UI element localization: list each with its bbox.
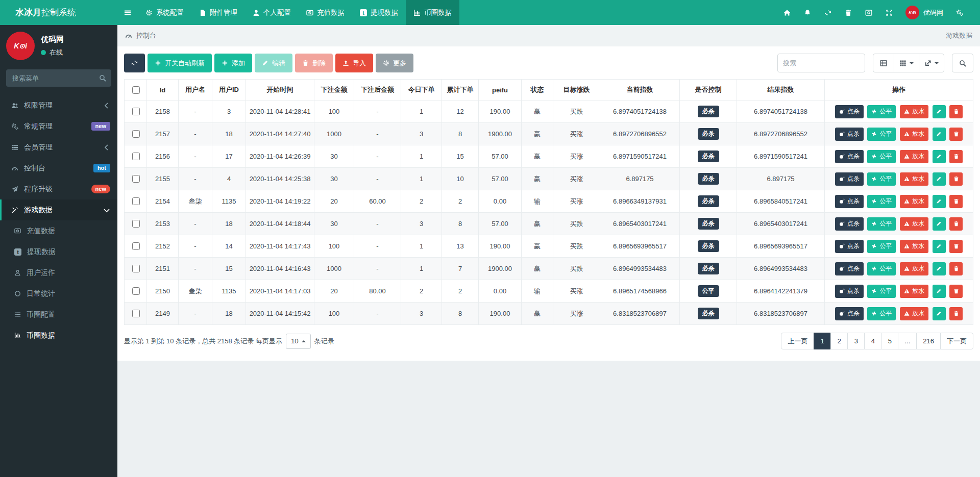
sidebar-item-permissions[interactable]: 权限管理 — [0, 95, 117, 116]
row-edit-button[interactable] — [933, 105, 946, 118]
toggle-view-button[interactable] — [873, 54, 894, 72]
gongping-button[interactable]: 公平 — [867, 172, 896, 186]
edit-button[interactable]: 编辑 — [255, 54, 292, 72]
page-button[interactable]: 216 — [916, 333, 941, 349]
add-button[interactable]: 添加 — [214, 54, 252, 72]
fangshui-button[interactable]: 放水 — [900, 105, 928, 118]
sidebar-item-members[interactable]: 会员管理 — [0, 137, 117, 158]
gongping-button[interactable]: 公平 — [867, 217, 896, 231]
import-button[interactable]: 导入 — [335, 54, 373, 72]
sidebar-item-general[interactable]: 常规管理new — [0, 116, 117, 137]
submenu-item-daily-stats[interactable]: 日常统计 — [0, 283, 117, 304]
fangshui-button[interactable]: 放水 — [900, 285, 928, 298]
home-button[interactable] — [777, 0, 797, 25]
gongping-button[interactable]: 公平 — [867, 285, 896, 298]
refresh-button[interactable] — [818, 0, 838, 25]
diansha-button[interactable]: 点杀 — [835, 105, 864, 118]
row-delete-button[interactable] — [949, 150, 963, 163]
prev-page-button[interactable]: 上一页 — [781, 333, 814, 349]
sidebar-item-game-data[interactable]: 游戏数据 — [0, 199, 117, 220]
page-button[interactable]: 4 — [864, 333, 881, 349]
refresh-table-button[interactable] — [124, 54, 145, 72]
export-button[interactable] — [919, 54, 944, 72]
submenu-item-coin-data[interactable]: 币圈数据 — [0, 325, 117, 346]
notifications-button[interactable] — [797, 0, 818, 25]
next-page-button[interactable]: 下一页 — [940, 333, 973, 349]
table-search-input[interactable] — [777, 54, 865, 72]
user-menu[interactable]: K⊙i 优码网 — [899, 0, 949, 25]
row-delete-button[interactable] — [949, 307, 963, 320]
fangshui-button[interactable]: 放水 — [900, 195, 928, 208]
diansha-button[interactable]: 点杀 — [835, 195, 864, 208]
diansha-button[interactable]: 点杀 — [835, 285, 864, 298]
row-checkbox[interactable] — [132, 265, 140, 272]
diansha-button[interactable]: 点杀 — [835, 262, 864, 275]
gongping-button[interactable]: 公平 — [867, 262, 896, 275]
row-delete-button[interactable] — [949, 172, 963, 186]
row-checkbox[interactable] — [132, 310, 140, 317]
fangshui-button[interactable]: 放水 — [900, 217, 928, 231]
row-checkbox[interactable] — [132, 287, 140, 295]
sidebar-item-console[interactable]: 控制台hot — [0, 158, 117, 179]
sidebar-item-upgrade[interactable]: 程序升级new — [0, 179, 117, 199]
nav-item-withdraw-data[interactable]: t提现数据 — [352, 0, 406, 25]
gongping-button[interactable]: 公平 — [867, 240, 896, 253]
gongping-button[interactable]: 公平 — [867, 307, 896, 320]
submenu-item-withdraw-data[interactable]: t提现数据 — [0, 241, 117, 262]
submenu-item-user-operation[interactable]: 用户运作 — [0, 262, 117, 283]
diansha-button[interactable]: 点杀 — [835, 172, 864, 186]
fangshui-button[interactable]: 放水 — [900, 150, 928, 163]
clear-cache-button[interactable] — [838, 0, 859, 25]
fangshui-button[interactable]: 放水 — [900, 172, 928, 186]
page-button[interactable]: 2 — [830, 333, 848, 349]
row-delete-button[interactable] — [949, 195, 963, 208]
row-checkbox[interactable] — [132, 153, 140, 160]
page-button[interactable]: 1 — [814, 333, 831, 349]
fangshui-button[interactable]: 放水 — [900, 307, 928, 320]
select-all-checkbox[interactable] — [132, 86, 140, 94]
gongping-button[interactable]: 公平 — [867, 105, 896, 118]
gongping-button[interactable]: 公平 — [867, 128, 896, 141]
submenu-item-coin-config[interactable]: 币圈配置 — [0, 304, 117, 325]
nav-item-system-config[interactable]: 系统配置 — [138, 0, 191, 25]
page-button[interactable]: 3 — [847, 333, 865, 349]
diansha-button[interactable]: 点杀 — [835, 307, 864, 320]
row-checkbox[interactable] — [132, 175, 140, 183]
row-delete-button[interactable] — [949, 262, 963, 275]
row-delete-button[interactable] — [949, 128, 963, 141]
row-checkbox[interactable] — [132, 130, 140, 138]
fangshui-button[interactable]: 放水 — [900, 262, 928, 275]
page-button[interactable]: ... — [898, 333, 917, 349]
nav-item-profile[interactable]: 个人配置 — [245, 0, 299, 25]
menu-search-input[interactable] — [6, 69, 111, 87]
gongping-button[interactable]: 公平 — [867, 195, 896, 208]
page-size-select[interactable]: 10 — [286, 334, 311, 349]
settings-button[interactable] — [949, 0, 970, 25]
auto-refresh-button[interactable]: 开关自动刷新 — [148, 54, 212, 72]
row-delete-button[interactable] — [949, 240, 963, 253]
advanced-search-button[interactable] — [952, 54, 973, 72]
fangshui-button[interactable]: 放水 — [900, 240, 928, 253]
row-delete-button[interactable] — [949, 285, 963, 298]
more-button[interactable]: 更多 — [376, 54, 413, 72]
terminal-button[interactable] — [859, 0, 879, 25]
row-delete-button[interactable] — [949, 105, 963, 118]
row-edit-button[interactable] — [933, 217, 946, 231]
row-edit-button[interactable] — [933, 172, 946, 186]
nav-item-recharge-data[interactable]: 充值数据 — [299, 0, 352, 25]
row-checkbox[interactable] — [132, 197, 140, 205]
diansha-button[interactable]: 点杀 — [835, 240, 864, 253]
row-checkbox[interactable] — [132, 242, 140, 250]
submenu-item-recharge-data[interactable]: 充值数据 — [0, 220, 117, 241]
fangshui-button[interactable]: 放水 — [900, 128, 928, 141]
diansha-button[interactable]: 点杀 — [835, 128, 864, 141]
gongping-button[interactable]: 公平 — [867, 150, 896, 163]
row-delete-button[interactable] — [949, 217, 963, 231]
row-edit-button[interactable] — [933, 285, 946, 298]
sidebar-toggle-button[interactable] — [117, 0, 138, 25]
page-button[interactable]: 5 — [881, 333, 898, 349]
diansha-button[interactable]: 点杀 — [835, 150, 864, 163]
nav-item-attachments[interactable]: 附件管理 — [191, 0, 245, 25]
nav-item-coin-data[interactable]: 币圈数据 — [406, 0, 459, 25]
delete-button[interactable]: 删除 — [295, 54, 333, 72]
